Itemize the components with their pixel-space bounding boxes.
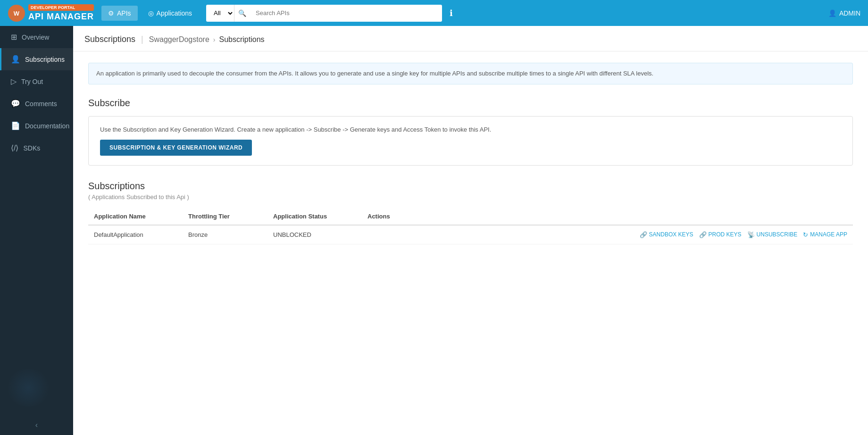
apis-icon: ⚙ bbox=[108, 9, 114, 17]
sidebar-item-sdks[interactable]: ⟨/⟩ SDKs bbox=[0, 137, 73, 159]
action-sandbox-keys[interactable]: 🔗SANDBOX KEYS bbox=[640, 231, 693, 238]
col-header-app-status: Application Status bbox=[267, 208, 362, 225]
logo-text: API MANAGER bbox=[28, 12, 94, 22]
main-layout: ⊞ Overview 👤 Subscriptions ▷ Try Out 💬 C… bbox=[0, 26, 868, 435]
breadcrumb: Subscriptions | SwaggerDogstore › Subscr… bbox=[73, 26, 868, 51]
info-banner-text: An application is primarily used to deco… bbox=[96, 70, 653, 77]
col-header-actions: Actions bbox=[362, 208, 853, 225]
search-icon-wrap: 🔍 bbox=[234, 5, 250, 22]
col-header-throttling-tier: Throttling Tier bbox=[183, 208, 267, 225]
overview-icon: ⊞ bbox=[11, 33, 17, 42]
search-icon: 🔍 bbox=[238, 9, 246, 17]
top-navigation: W DEVELOPER PORTAL API MANAGER ⚙ APIs ◎ … bbox=[0, 0, 868, 26]
search-area: All 🔍 bbox=[206, 5, 442, 22]
nav-tab-apis-label: APIs bbox=[117, 9, 131, 17]
content-area: Subscriptions | SwaggerDogstore › Subscr… bbox=[73, 26, 868, 435]
info-banner: An application is primarily used to deco… bbox=[88, 63, 853, 84]
nav-tab-applications-label: Applications bbox=[157, 9, 192, 17]
subscriptions-section: Subscriptions ( Applications Subscribed … bbox=[88, 181, 853, 244]
sandbox-keys-icon: 🔗 bbox=[640, 231, 647, 238]
comments-icon: 💬 bbox=[11, 99, 20, 108]
breadcrumb-current: Subscriptions bbox=[219, 35, 265, 44]
breadcrumb-parent-link[interactable]: SwaggerDogstore bbox=[149, 35, 209, 44]
logo-area: W DEVELOPER PORTAL API MANAGER bbox=[8, 4, 94, 22]
sidebar-decoration bbox=[5, 369, 52, 407]
sidebar: ⊞ Overview 👤 Subscriptions ▷ Try Out 💬 C… bbox=[0, 26, 73, 435]
prod-keys-icon: 🔗 bbox=[699, 231, 707, 238]
sidebar-item-sdks-label: SDKs bbox=[23, 144, 40, 152]
sidebar-item-tryout-label: Try Out bbox=[21, 78, 43, 85]
sidebar-item-subscriptions-label: Subscriptions bbox=[25, 56, 65, 63]
table-row: DefaultApplicationBronzeUNBLOCKED🔗SANDBO… bbox=[88, 225, 853, 244]
sidebar-bottom: ‹ bbox=[0, 415, 73, 435]
action-unsubscribe[interactable]: 📡UNSUBSCRIBE bbox=[747, 231, 798, 238]
nav-tab-apis[interactable]: ⚙ APIs bbox=[101, 6, 138, 21]
applications-icon: ◎ bbox=[148, 9, 154, 17]
sidebar-item-comments-label: Comments bbox=[25, 100, 57, 108]
subscription-key-generation-wizard-button[interactable]: SUBSCRIPTION & KEY GENERATION WIZARD bbox=[100, 140, 252, 156]
wizard-box: Use the Subscription and Key Generation … bbox=[88, 116, 853, 166]
sidebar-collapse-button[interactable]: ‹ bbox=[35, 421, 38, 429]
subscriptions-table: Application Name Throttling Tier Applica… bbox=[88, 208, 853, 244]
svg-text:W: W bbox=[14, 10, 20, 17]
sidebar-item-documentation-label: Documentation bbox=[25, 122, 69, 130]
tryout-icon: ▷ bbox=[11, 77, 17, 86]
sidebar-item-overview[interactable]: ⊞ Overview bbox=[0, 26, 73, 48]
wso2-logo-icon: W bbox=[8, 4, 25, 22]
search-input[interactable] bbox=[250, 5, 442, 22]
logo-badge: DEVELOPER PORTAL bbox=[28, 4, 94, 11]
sidebar-item-comments[interactable]: 💬 Comments bbox=[0, 92, 73, 115]
documentation-icon: 📄 bbox=[11, 121, 20, 130]
sidebar-item-documentation[interactable]: 📄 Documentation bbox=[0, 115, 73, 137]
search-filter-select[interactable]: All bbox=[206, 5, 234, 22]
table-cell-actions: 🔗SANDBOX KEYS🔗PROD KEYS📡UNSUBSCRIBE↻MANA… bbox=[362, 225, 853, 244]
action-manage-app[interactable]: ↻MANAGE APP bbox=[803, 231, 847, 238]
table-cell-throttling-tier: Bronze bbox=[183, 225, 267, 244]
nav-tab-applications[interactable]: ◎ Applications bbox=[142, 6, 199, 21]
info-icon[interactable]: ℹ bbox=[450, 8, 453, 18]
manage-app-icon: ↻ bbox=[803, 231, 808, 238]
admin-area[interactable]: 👤 ADMIN bbox=[828, 9, 860, 17]
wizard-description: Use the Subscription and Key Generation … bbox=[100, 126, 841, 133]
action-prod-keys[interactable]: 🔗PROD KEYS bbox=[699, 231, 742, 238]
subscriptions-icon: 👤 bbox=[11, 55, 20, 64]
table-cell-app-status: UNBLOCKED bbox=[267, 225, 362, 244]
col-header-app-name: Application Name bbox=[88, 208, 183, 225]
page-content: An application is primarily used to deco… bbox=[73, 51, 868, 435]
subscriptions-subtitle: ( Applications Subscribed to this Api ) bbox=[88, 193, 853, 201]
table-header-row: Application Name Throttling Tier Applica… bbox=[88, 208, 853, 225]
table-cell-app-name: DefaultApplication bbox=[88, 225, 183, 244]
admin-label: ADMIN bbox=[839, 9, 860, 17]
sdks-icon: ⟨/⟩ bbox=[11, 143, 18, 152]
admin-user-icon: 👤 bbox=[828, 9, 836, 17]
unsubscribe-icon: 📡 bbox=[747, 231, 755, 238]
subscribe-section-title: Subscribe bbox=[88, 98, 853, 109]
sidebar-item-tryout[interactable]: ▷ Try Out bbox=[0, 70, 73, 92]
breadcrumb-title: Subscriptions bbox=[84, 34, 135, 44]
subscriptions-section-title: Subscriptions bbox=[88, 181, 853, 192]
sidebar-item-overview-label: Overview bbox=[22, 33, 49, 41]
breadcrumb-separator: › bbox=[213, 36, 216, 43]
sidebar-item-subscriptions[interactable]: 👤 Subscriptions bbox=[0, 48, 73, 70]
